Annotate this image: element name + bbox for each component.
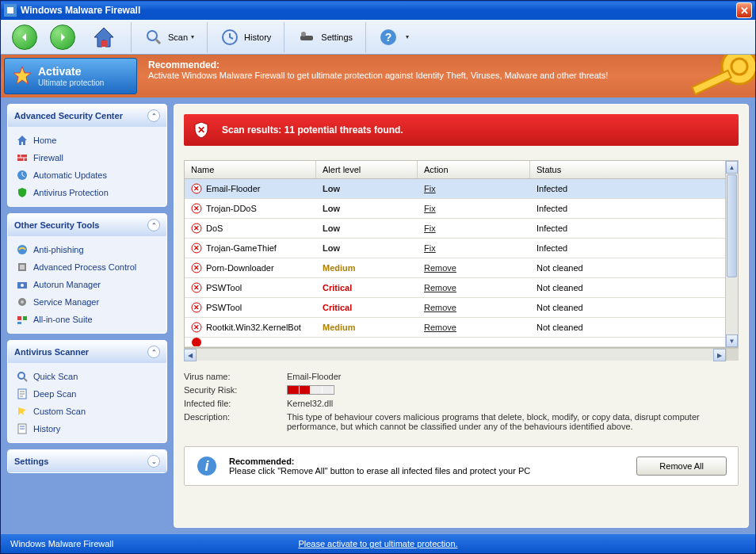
- table-row[interactable]: ✕Email-FlooderLowFixInfected: [185, 179, 738, 199]
- back-button[interactable]: [12, 25, 37, 50]
- sidebar-item-quick-scan[interactable]: Quick Scan: [11, 368, 163, 385]
- svg-rect-21: [17, 322, 21, 324]
- scan-results-header: ✕ Scan results: 11 potential threats fou…: [184, 114, 739, 146]
- updates-icon: [16, 169, 29, 181]
- history-label: History: [244, 32, 271, 42]
- col-action[interactable]: Action: [418, 161, 530, 178]
- sidebar-item-history[interactable]: History: [11, 420, 163, 437]
- separator: [131, 22, 132, 52]
- label-virus-name: Virus name:: [184, 372, 287, 381]
- star-icon: [11, 65, 33, 87]
- help-icon: ?: [379, 28, 398, 47]
- risk-bar: [287, 385, 334, 395]
- custom-scan-icon: [16, 405, 29, 418]
- help-button[interactable]: ? ▾: [371, 25, 417, 50]
- scroll-left-button[interactable]: ◀: [184, 349, 197, 361]
- collapse-icon: ⌃: [147, 109, 160, 122]
- cell-action[interactable]: Remove: [418, 283, 530, 292]
- collapse-icon: ⌃: [147, 219, 160, 231]
- cell-alert: Medium: [316, 323, 418, 332]
- cell-action[interactable]: Remove: [418, 263, 530, 273]
- scan-menu[interactable]: Scan ▾: [136, 25, 202, 50]
- cell-alert: Critical: [316, 303, 418, 312]
- cell-alert: Critical: [316, 283, 418, 292]
- sidebar-item-process-control[interactable]: Advanced Process Control: [11, 258, 163, 276]
- remove-all-button[interactable]: Remove All: [636, 457, 727, 476]
- panel-header[interactable]: Antivirus Scanner ⌃: [8, 341, 166, 363]
- activate-text: Activate: [38, 65, 104, 78]
- sidebar-item-updates[interactable]: Automatic Updates: [11, 166, 163, 184]
- table-row[interactable]: ✕PSWToolCriticalRemoveNot cleaned: [185, 298, 738, 318]
- history-icon: [220, 28, 239, 47]
- home-icon: [16, 134, 29, 147]
- table-row[interactable]: ✕DoSLowFixInfected: [185, 219, 738, 239]
- sidebar-item-antiphishing[interactable]: Anti-phishing: [11, 241, 163, 258]
- table-row[interactable]: ✕Rootkit.Win32.KernelBotMediumRemoveNot …: [185, 318, 738, 338]
- recommended-footer: i Recommended: Please click "Remove All"…: [184, 446, 739, 486]
- scroll-up-button[interactable]: ▲: [726, 161, 738, 174]
- sidebar-item-autorun[interactable]: Autorun Manager: [11, 276, 163, 293]
- settings-label: Settings: [321, 32, 353, 42]
- panel-header[interactable]: Settings ⌄: [8, 450, 166, 472]
- settings-button[interactable]: Settings: [289, 25, 361, 50]
- panel-header[interactable]: Other Security Tools ⌃: [8, 214, 166, 236]
- cell-action[interactable]: Remove: [418, 323, 530, 332]
- cell-action[interactable]: Fix: [418, 224, 530, 233]
- sidebar-item-home[interactable]: Home: [11, 132, 163, 149]
- dropdown-arrow-icon: ▾: [191, 33, 194, 40]
- close-button[interactable]: ✕: [736, 2, 752, 18]
- svg-point-18: [21, 300, 24, 304]
- activate-button[interactable]: Activate Ultimate protection: [4, 58, 137, 94]
- dropdown-arrow-icon: ▾: [406, 33, 409, 40]
- cell-status: Infected: [530, 224, 738, 233]
- threat-icon: ✕: [191, 282, 202, 293]
- svg-text:✕: ✕: [193, 284, 200, 292]
- home-button[interactable]: [91, 25, 116, 50]
- table-row-partial: [185, 338, 738, 347]
- scroll-right-button[interactable]: ▶: [713, 349, 726, 361]
- banner-rec-title: Recommended:: [148, 59, 747, 71]
- sidebar-item-firewall[interactable]: Firewall: [11, 149, 163, 166]
- settings-icon: [297, 28, 316, 47]
- cell-action[interactable]: Fix: [418, 204, 530, 213]
- svg-text:✕: ✕: [193, 224, 200, 232]
- sidebar-item-deep-scan[interactable]: Deep Scan: [11, 385, 163, 403]
- cell-action[interactable]: Fix: [418, 243, 530, 253]
- separator: [365, 22, 366, 52]
- table-row[interactable]: ✕Porn-DownloaderMediumRemoveNot cleaned: [185, 258, 738, 278]
- key-decoration-icon: [676, 55, 755, 97]
- sidebar-item-suite[interactable]: All-in-one Suite: [11, 311, 163, 328]
- col-status[interactable]: Status: [530, 161, 738, 178]
- cell-alert: Low: [316, 224, 418, 233]
- cell-name: ✕Trojan-DDoS: [185, 203, 316, 214]
- app-icon: [4, 4, 17, 17]
- footer-rec-title: Recommended:: [229, 457, 636, 466]
- sidebar-item-custom-scan[interactable]: Custom Scan: [11, 403, 163, 420]
- history-button[interactable]: History: [212, 25, 279, 50]
- search-icon: [16, 370, 29, 383]
- col-name[interactable]: Name: [185, 161, 316, 178]
- deep-scan-icon: [16, 388, 29, 400]
- threat-icon: ✕: [191, 183, 202, 194]
- scroll-down-button[interactable]: ▼: [726, 334, 738, 347]
- cell-status: Not cleaned: [530, 283, 738, 292]
- threat-icon: ✕: [191, 322, 202, 333]
- panel-header[interactable]: Advanced Security Center ⌃: [8, 105, 166, 127]
- panel-other-tools: Other Security Tools ⌃ Anti-phishing Adv…: [7, 213, 167, 334]
- sidebar-item-antivirus[interactable]: Antivirus Protection: [11, 184, 163, 201]
- sidebar-item-service-manager[interactable]: Service Manager: [11, 293, 163, 311]
- scroll-thumb[interactable]: [727, 174, 737, 277]
- statusbar-activate-link[interactable]: Please activate to get ultimate protecti…: [298, 539, 457, 548]
- table-row[interactable]: ✕Trojan-GameThiefLowFixInfected: [185, 239, 738, 258]
- cell-action[interactable]: Remove: [418, 303, 530, 312]
- forward-button[interactable]: [50, 25, 75, 50]
- col-alert[interactable]: Alert level: [316, 161, 418, 178]
- svg-text:✕: ✕: [193, 304, 200, 311]
- svg-point-4: [301, 32, 306, 36]
- table-row[interactable]: ✕PSWToolCriticalRemoveNot cleaned: [185, 278, 738, 298]
- panel-title: Advanced Security Center: [14, 111, 123, 120]
- table-row[interactable]: ✕Trojan-DDoSLowFixInfected: [185, 199, 738, 219]
- horizontal-scrollbar[interactable]: ◀ ▶: [184, 348, 739, 361]
- vertical-scrollbar[interactable]: ▲ ▼: [725, 161, 738, 347]
- cell-action[interactable]: Fix: [418, 184, 530, 193]
